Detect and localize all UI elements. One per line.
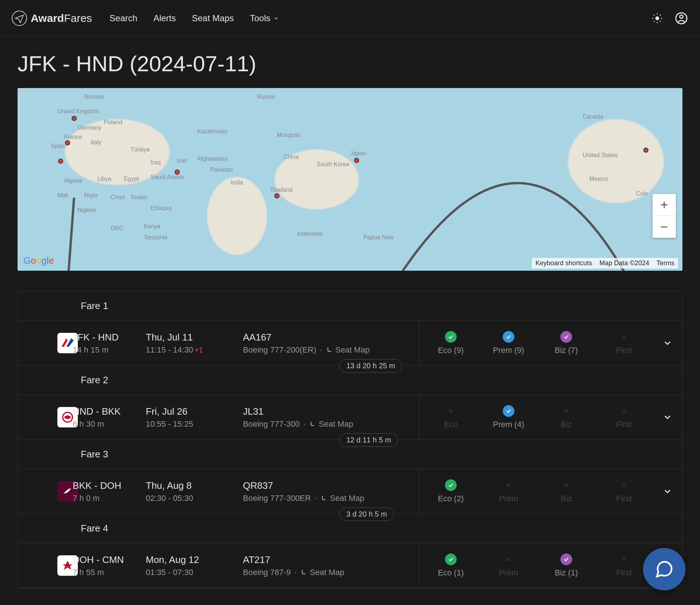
cabin-first: First bbox=[595, 405, 653, 429]
flight-number: JL31 bbox=[243, 406, 382, 417]
map-label: Tanzania bbox=[144, 234, 167, 241]
map-label: Norway bbox=[84, 94, 104, 100]
map-label: Ethiopia bbox=[151, 205, 172, 212]
map-label: Algeria bbox=[64, 178, 82, 184]
map-label: Poland bbox=[104, 119, 122, 126]
fare-row: JFK - HND 14 h 15 m Thu, Jul 11 11:15 - … bbox=[18, 321, 682, 366]
cabin-availability: Eco (1) Prem Biz (1) First bbox=[422, 553, 653, 578]
logo[interactable]: AwardFares bbox=[12, 11, 92, 26]
duration: 7 h 0 m bbox=[73, 494, 146, 503]
departure-date: Fri, Jul 26 bbox=[146, 406, 243, 417]
map-label: South Korea bbox=[317, 161, 349, 168]
map-marker bbox=[175, 170, 180, 175]
map-marker bbox=[274, 193, 279, 198]
seatmap-link[interactable]: Seat Map bbox=[300, 568, 344, 577]
cabin-biz[interactable]: Biz (7) bbox=[537, 331, 595, 355]
page-title: JFK - HND (2024-07-11) bbox=[18, 51, 682, 76]
map-label: Mali bbox=[57, 192, 68, 199]
check-icon bbox=[445, 331, 457, 343]
route: JFK - HND bbox=[73, 332, 146, 343]
check-icon bbox=[503, 405, 514, 417]
map-label: Niger bbox=[84, 192, 98, 199]
map-keyboard-shortcuts[interactable]: Keyboard shortcuts bbox=[536, 259, 592, 267]
x-icon bbox=[618, 405, 630, 417]
departure-time: 02:30 - 05:30 bbox=[146, 494, 243, 503]
theme-toggle[interactable] bbox=[650, 11, 664, 25]
chat-button[interactable] bbox=[643, 548, 685, 590]
map-label: United States bbox=[583, 152, 618, 159]
svg-point-0 bbox=[655, 16, 659, 20]
nav-alerts[interactable]: Alerts bbox=[153, 13, 176, 23]
map-label: Afghanistan bbox=[197, 156, 228, 162]
cabin-biz: Biz bbox=[537, 405, 595, 429]
seatmap-link[interactable]: Seat Map bbox=[326, 345, 370, 355]
chat-icon bbox=[654, 559, 674, 579]
map-label: Canada bbox=[583, 114, 603, 120]
svg-line-3 bbox=[654, 15, 655, 15]
check-icon bbox=[560, 553, 572, 565]
x-icon bbox=[503, 479, 514, 491]
map-label: Chad bbox=[111, 194, 125, 201]
cabin-eco: Eco bbox=[422, 405, 480, 429]
x-icon bbox=[445, 405, 457, 417]
account-button[interactable] bbox=[674, 11, 688, 25]
logo-icon bbox=[12, 11, 27, 26]
route: BKK - DOH bbox=[73, 480, 146, 491]
aircraft-type: Boeing 777-300ER · Seat Map bbox=[243, 494, 382, 503]
check-icon bbox=[445, 479, 457, 491]
cabin-first: First bbox=[595, 331, 653, 355]
map-label: United Kingdom bbox=[57, 108, 99, 115]
expand-row[interactable] bbox=[653, 338, 682, 348]
map-label: Mexico bbox=[589, 176, 608, 182]
logo-text: AwardFares bbox=[31, 12, 92, 24]
expand-row[interactable] bbox=[653, 486, 682, 496]
expand-row[interactable] bbox=[653, 412, 682, 422]
route-map[interactable]: NorwayRussiaUnited KingdomPolandGermanyF… bbox=[18, 88, 682, 271]
departure-date: Thu, Aug 8 bbox=[146, 480, 243, 491]
cabin-eco[interactable]: Eco (2) bbox=[422, 479, 480, 503]
duration: 7 h 55 m bbox=[73, 568, 146, 577]
cabin-label: Biz bbox=[561, 494, 572, 503]
map-label: Germany bbox=[77, 125, 102, 131]
map-label: Indonesia bbox=[297, 231, 322, 237]
map-label: France bbox=[64, 134, 82, 140]
map-zoom-in[interactable]: + bbox=[653, 194, 676, 216]
map-data-copyright: Map Data ©2024 bbox=[600, 259, 649, 267]
map-label: DRC bbox=[111, 225, 123, 232]
map-zoom-controls: + − bbox=[653, 194, 676, 238]
cabin-prem[interactable]: Prem (9) bbox=[480, 331, 537, 355]
map-label: Iran bbox=[177, 157, 187, 164]
cabin-label: First bbox=[616, 346, 632, 355]
cabin-biz: Biz bbox=[537, 479, 595, 503]
nav-search[interactable]: Search bbox=[110, 13, 137, 23]
check-icon bbox=[560, 331, 572, 343]
svg-line-8 bbox=[660, 15, 661, 15]
map-label: Russia bbox=[257, 94, 275, 100]
cabin-label: Prem (4) bbox=[493, 420, 524, 429]
route: HND - BKK bbox=[73, 406, 146, 417]
svg-point-10 bbox=[680, 15, 683, 18]
x-icon bbox=[618, 331, 630, 343]
nav-seatmaps[interactable]: Seat Maps bbox=[192, 13, 234, 23]
cabin-eco[interactable]: Eco (9) bbox=[422, 331, 480, 355]
map-label: Colo bbox=[636, 190, 648, 197]
nav-tools[interactable]: Tools bbox=[250, 13, 279, 23]
layover-duration: 3 d 20 h 5 m bbox=[339, 507, 394, 521]
seatmap-link[interactable]: Seat Map bbox=[309, 419, 353, 429]
map-label: Spain bbox=[51, 143, 66, 149]
cabin-eco[interactable]: Eco (1) bbox=[422, 553, 480, 578]
user-circle-icon bbox=[675, 12, 688, 25]
map-label: Kenya bbox=[144, 223, 160, 230]
fares-list: Fare 1 JFK - HND 14 h 15 m Thu, Jul 11 1… bbox=[18, 291, 682, 589]
map-terms-link[interactable]: Terms bbox=[657, 259, 674, 267]
duration: 6 h 30 m bbox=[73, 419, 146, 429]
map-label: Sudan bbox=[130, 194, 147, 201]
cabin-label: Biz (1) bbox=[555, 568, 578, 578]
cabin-prem: Prem bbox=[480, 479, 537, 503]
seatmap-link[interactable]: Seat Map bbox=[320, 494, 364, 503]
cabin-prem[interactable]: Prem (4) bbox=[480, 405, 537, 429]
svg-line-7 bbox=[654, 21, 655, 22]
cabin-biz[interactable]: Biz (1) bbox=[537, 553, 595, 578]
map-zoom-out[interactable]: − bbox=[653, 216, 676, 238]
map-label: Pakistan bbox=[210, 167, 233, 173]
